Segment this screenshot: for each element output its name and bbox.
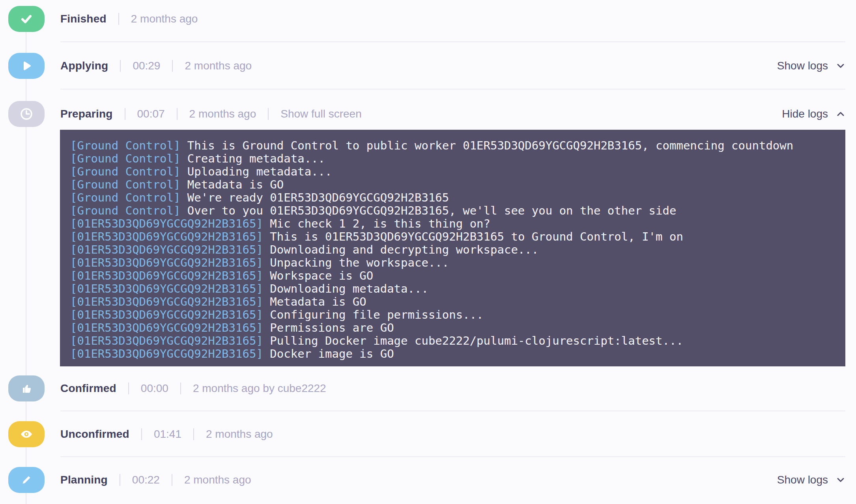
stage-duration: 01:41 xyxy=(154,428,181,441)
separator xyxy=(193,428,194,440)
log-panel[interactable]: [Ground Control] This is Ground Control … xyxy=(60,130,845,366)
stage-duration: 00:07 xyxy=(137,108,165,120)
row-divider xyxy=(60,89,845,90)
log-line: [01ER53D3QD69YGCGQ92H2B3165] Pulling Doc… xyxy=(70,334,841,347)
chevron-down-icon xyxy=(835,60,846,71)
log-line: [01ER53D3QD69YGCGQ92H2B3165] Mic check 1… xyxy=(70,217,841,230)
row-divider xyxy=(60,456,845,457)
preparing-status-badge xyxy=(8,101,45,127)
row-divider xyxy=(60,411,845,411)
log-line: [Ground Control] Uploading metadata... xyxy=(70,165,841,178)
planning-status-badge xyxy=(8,467,45,493)
stage-timestamp: 2 months ago by cube2222 xyxy=(193,382,326,395)
timeline-row-applying: Applying 00:29 2 months ago Show logs xyxy=(8,53,846,79)
show-logs-button[interactable]: Show logs xyxy=(777,60,846,72)
separator xyxy=(125,108,125,120)
chevron-down-icon xyxy=(835,474,846,485)
timeline-row-confirmed: Confirmed 00:00 2 months ago by cube2222 xyxy=(8,375,846,401)
stage-label: Finished xyxy=(60,13,107,25)
unconfirmed-status-badge xyxy=(8,421,45,447)
stage-timestamp: 2 months ago xyxy=(189,108,256,120)
deployment-timeline: Finished 2 months ago Applying 00:29 2 m… xyxy=(0,0,856,504)
stage-duration: 00:22 xyxy=(132,474,160,486)
log-line: [Ground Control] This is Ground Control … xyxy=(70,139,841,152)
timeline-row-preparing: Preparing 00:07 2 months ago Show full s… xyxy=(8,101,846,127)
separator xyxy=(177,108,178,120)
timeline-row-unconfirmed: Unconfirmed 01:41 2 months ago xyxy=(8,421,846,447)
stage-label: Planning xyxy=(60,474,108,486)
separator xyxy=(118,13,119,25)
separator xyxy=(120,60,121,72)
log-line: [Ground Control] Metadata is GO xyxy=(70,178,841,191)
log-line: [01ER53D3QD69YGCGQ92H2B3165] Unpacking t… xyxy=(70,256,841,269)
show-logs-button[interactable]: Show logs xyxy=(777,474,846,486)
log-line: [01ER53D3QD69YGCGQ92H2B3165] Permissions… xyxy=(70,321,841,334)
stage-label: Applying xyxy=(60,60,108,72)
log-line: [Ground Control] Creating metadata... xyxy=(70,152,841,165)
timeline-row-planning: Planning 00:22 2 months ago Show logs xyxy=(8,467,846,493)
separator xyxy=(141,428,142,440)
log-line: [Ground Control] We're ready 01ER53D3QD6… xyxy=(70,191,841,204)
log-line: [01ER53D3QD69YGCGQ92H2B3165] Metadata is… xyxy=(70,295,841,308)
pencil-icon xyxy=(19,472,34,488)
stage-label: Unconfirmed xyxy=(60,428,129,441)
log-line: [01ER53D3QD69YGCGQ92H2B3165] Downloading… xyxy=(70,243,841,256)
clock-icon xyxy=(19,106,34,122)
confirmed-status-badge xyxy=(8,375,45,401)
hide-logs-button[interactable]: Hide logs xyxy=(782,108,846,120)
play-icon xyxy=(19,58,34,74)
separator xyxy=(128,383,129,394)
separator xyxy=(172,474,172,486)
stage-timestamp: 2 months ago xyxy=(185,60,252,72)
stage-timestamp: 2 months ago xyxy=(184,474,251,486)
separator xyxy=(172,60,173,72)
log-line: [01ER53D3QD69YGCGQ92H2B3165] This is 01E… xyxy=(70,230,841,243)
separator xyxy=(120,474,120,486)
log-line: [01ER53D3QD69YGCGQ92H2B3165] Docker imag… xyxy=(70,347,841,360)
check-icon xyxy=(19,11,34,27)
log-line: [01ER53D3QD69YGCGQ92H2B3165] Configuring… xyxy=(70,308,841,321)
stage-label: Confirmed xyxy=(60,382,116,395)
show-full-screen-link[interactable]: Show full screen xyxy=(280,108,361,120)
separator xyxy=(268,108,269,120)
thumbs-up-icon xyxy=(19,381,34,396)
stage-label: Preparing xyxy=(60,108,113,120)
finished-status-badge xyxy=(8,6,45,32)
stage-duration: 00:29 xyxy=(133,60,160,72)
stage-duration: 00:00 xyxy=(141,382,168,395)
chevron-up-icon xyxy=(835,108,846,119)
timeline-row-finished: Finished 2 months ago xyxy=(8,6,846,32)
row-divider xyxy=(60,41,845,42)
log-line: [01ER53D3QD69YGCGQ92H2B3165] Workspace i… xyxy=(70,269,841,282)
separator xyxy=(180,383,181,394)
applying-status-badge xyxy=(8,53,45,79)
stage-timestamp: 2 months ago xyxy=(131,13,198,25)
log-line: [01ER53D3QD69YGCGQ92H2B3165] Downloading… xyxy=(70,282,841,295)
log-line: [Ground Control] Over to you 01ER53D3QD6… xyxy=(70,204,841,217)
stage-timestamp: 2 months ago xyxy=(206,428,273,441)
eye-icon xyxy=(18,426,35,442)
